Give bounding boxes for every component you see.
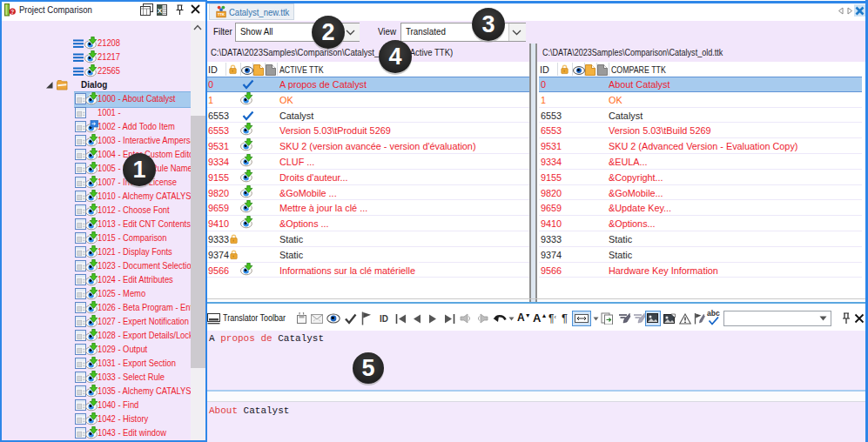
svg-text:X: X bbox=[158, 7, 163, 15]
svg-text:?: ? bbox=[10, 9, 14, 15]
svg-text:TTK: TTK bbox=[218, 12, 225, 17]
